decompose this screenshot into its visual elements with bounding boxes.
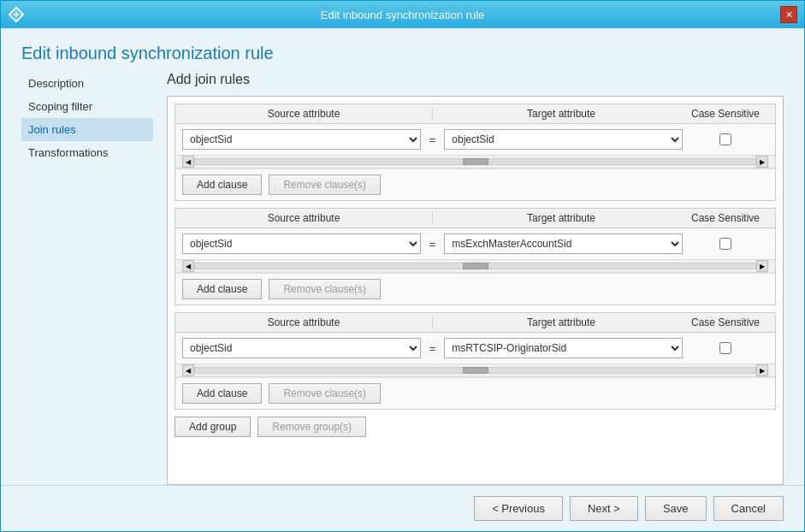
rules-container: Source attribute Target attribute Case S… xyxy=(167,96,784,485)
rule-group-3-target-select[interactable]: msRTCSIP-OriginatorSid xyxy=(444,338,683,358)
rule-group-1-scrollbar[interactable]: ◀ ▶ xyxy=(175,155,775,168)
next-button[interactable]: Next > xyxy=(570,496,638,521)
sidebar-item-join-rules[interactable]: Join rules xyxy=(21,118,153,141)
rule-group-3-case-label: Case Sensitive xyxy=(683,316,768,328)
add-group-button[interactable]: Add group xyxy=(175,417,251,437)
rule-group-1-equals: = xyxy=(424,133,441,146)
sidebar-item-description[interactable]: Description xyxy=(21,72,153,95)
rule-group-2-header: Source attribute Target attribute Case S… xyxy=(175,209,775,228)
rule-group-3-source-select[interactable]: objectSid xyxy=(182,338,421,358)
title-bar: Edit inbound synchronization rule ✕ xyxy=(1,1,804,28)
rule-group-3-scroll-left[interactable]: ◀ xyxy=(182,364,194,376)
rule-group-2-case-checkbox[interactable] xyxy=(719,238,731,250)
rule-group-3-actions: Add clause Remove clause(s) xyxy=(175,377,775,409)
rule-group-2-add-clause-button[interactable]: Add clause xyxy=(182,279,262,299)
rule-group-2-case-checkbox-wrap xyxy=(683,238,768,250)
rule-group-2-remove-clause-button[interactable]: Remove clause(s) xyxy=(269,279,381,299)
rule-group-2-equals: = xyxy=(424,238,441,251)
rule-group-3-case-checkbox-wrap xyxy=(683,342,768,354)
rule-group-2-target-select[interactable]: msExchMasterAccountSid xyxy=(444,233,683,254)
rule-group-3-row: objectSid = msRTCSIP-OriginatorSid xyxy=(175,333,775,364)
window-title: Edit inbound synchronization rule xyxy=(25,9,780,21)
content-area: Edit inbound synchronization rule Descri… xyxy=(1,28,804,531)
rule-group-1-target-label: Target attribute xyxy=(433,108,683,120)
rule-group-3-scrollbar-thumb[interactable] xyxy=(463,367,488,374)
sidebar-item-scoping-filter[interactable]: Scoping filter xyxy=(21,95,153,118)
rule-group-3-source-label: Source attribute xyxy=(182,316,433,328)
rule-group-1-source-select[interactable]: objectSid xyxy=(182,129,421,150)
main-window: Edit inbound synchronization rule ✕ Edit… xyxy=(0,0,805,532)
rule-group-1-scrollbar-track[interactable] xyxy=(194,158,756,165)
rule-group-1-scroll-left[interactable]: ◀ xyxy=(182,156,194,168)
rule-group-1-row: objectSid = objectSid xyxy=(175,124,775,155)
rule-group-3-remove-clause-button[interactable]: Remove clause(s) xyxy=(269,383,381,404)
rule-group-1-source-select-wrap: objectSid xyxy=(182,129,421,150)
rule-group-3-scrollbar[interactable]: ◀ ▶ xyxy=(175,364,775,377)
rule-group-2-scrollbar-track[interactable] xyxy=(194,263,756,269)
main-content: Add join rules Source attribute Target a… xyxy=(167,72,784,485)
page-title: Edit inbound synchronization rule xyxy=(1,28,804,72)
rule-group-1-scroll-right[interactable]: ▶ xyxy=(756,156,768,168)
rule-group-3-source-select-wrap: objectSid xyxy=(182,338,421,358)
rule-group-1-add-clause-button[interactable]: Add clause xyxy=(182,174,262,195)
main-body: Description Scoping filter Join rules Tr… xyxy=(1,72,804,485)
footer: < Previous Next > Save Cancel xyxy=(1,485,804,531)
rule-group-3-scroll-right[interactable]: ▶ xyxy=(756,364,768,376)
sidebar: Description Scoping filter Join rules Tr… xyxy=(21,72,167,485)
rule-group-2-row: objectSid = msExchMasterAccountSid xyxy=(175,228,775,259)
rule-group-3-add-clause-button[interactable]: Add clause xyxy=(182,383,262,404)
sidebar-item-transformations[interactable]: Transformations xyxy=(21,141,153,164)
rule-group-1-target-select-wrap: objectSid xyxy=(444,129,683,150)
rule-group-1-source-label: Source attribute xyxy=(182,108,433,120)
rule-group-2-target-select-wrap: msExchMasterAccountSid xyxy=(444,233,683,254)
remove-group-button[interactable]: Remove group(s) xyxy=(257,417,366,437)
previous-button[interactable]: < Previous xyxy=(474,496,563,521)
rule-group-2-case-label: Case Sensitive xyxy=(683,212,768,224)
rule-group-1-remove-clause-button[interactable]: Remove clause(s) xyxy=(269,174,381,195)
rule-group-2-actions: Add clause Remove clause(s) xyxy=(175,273,775,304)
rule-group-2-target-label: Target attribute xyxy=(433,212,683,224)
rule-group-3-equals: = xyxy=(424,342,441,355)
rule-group-2-source-select[interactable]: objectSid xyxy=(182,233,421,254)
rule-group-1-header: Source attribute Target attribute Case S… xyxy=(175,104,775,124)
group-actions: Add group Remove group(s) xyxy=(175,417,776,437)
rule-group-1-actions: Add clause Remove clause(s) xyxy=(175,168,775,200)
rule-group-2-source-select-wrap: objectSid xyxy=(182,233,421,254)
rule-group-1-case-checkbox-wrap xyxy=(683,133,768,145)
rule-group-1-case-checkbox[interactable] xyxy=(719,133,731,145)
rule-group-1-target-select[interactable]: objectSid xyxy=(444,129,683,150)
rule-group-3-header: Source attribute Target attribute Case S… xyxy=(175,313,775,333)
rule-group-2-scrollbar-thumb[interactable] xyxy=(463,263,488,269)
rule-group-3: Source attribute Target attribute Case S… xyxy=(175,312,776,410)
window-icon xyxy=(8,6,25,23)
rule-group-2-source-label: Source attribute xyxy=(182,212,433,224)
save-button[interactable]: Save xyxy=(645,496,707,521)
section-title: Add join rules xyxy=(167,72,784,87)
rule-group-1: Source attribute Target attribute Case S… xyxy=(175,103,776,201)
rule-group-3-case-checkbox[interactable] xyxy=(719,342,731,354)
rule-group-1-case-label: Case Sensitive xyxy=(683,108,768,120)
window-controls: ✕ xyxy=(780,6,797,23)
rule-group-2-scroll-left[interactable]: ◀ xyxy=(182,260,194,272)
close-button[interactable]: ✕ xyxy=(780,6,797,23)
cancel-button[interactable]: Cancel xyxy=(713,496,784,521)
rule-group-2: Source attribute Target attribute Case S… xyxy=(175,208,776,305)
rule-group-3-target-select-wrap: msRTCSIP-OriginatorSid xyxy=(444,338,683,358)
rule-group-2-scroll-right[interactable]: ▶ xyxy=(756,260,768,272)
rule-group-3-target-label: Target attribute xyxy=(433,316,683,328)
rule-group-3-scrollbar-track[interactable] xyxy=(194,367,756,374)
rule-group-1-scrollbar-thumb[interactable] xyxy=(463,158,488,165)
rule-group-2-scrollbar[interactable]: ◀ ▶ xyxy=(175,259,775,273)
